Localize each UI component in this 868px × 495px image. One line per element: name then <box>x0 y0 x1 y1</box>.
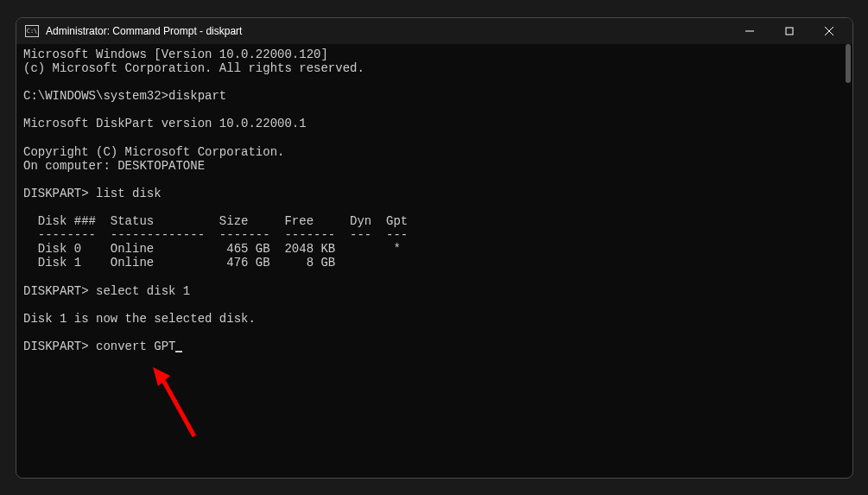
close-button[interactable] <box>809 18 849 44</box>
window-controls <box>730 18 849 44</box>
titlebar[interactable]: C:\ Administrator: Command Prompt - disk… <box>16 18 852 44</box>
command-prompt-window: C:\ Administrator: Command Prompt - disk… <box>16 17 853 479</box>
maximize-button[interactable] <box>770 18 809 44</box>
svg-rect-1 <box>786 28 793 35</box>
terminal-text: Microsoft Windows [Version 10.0.22000.12… <box>23 48 408 353</box>
text-cursor <box>175 351 182 352</box>
terminal-output[interactable]: Microsoft Windows [Version 10.0.22000.12… <box>16 44 852 478</box>
app-icon-text: C:\ <box>27 28 38 35</box>
app-icon: C:\ <box>25 25 39 37</box>
minimize-button[interactable] <box>730 18 770 44</box>
window-title: Administrator: Command Prompt - diskpart <box>46 25 730 37</box>
scrollbar-thumb[interactable] <box>846 44 851 83</box>
